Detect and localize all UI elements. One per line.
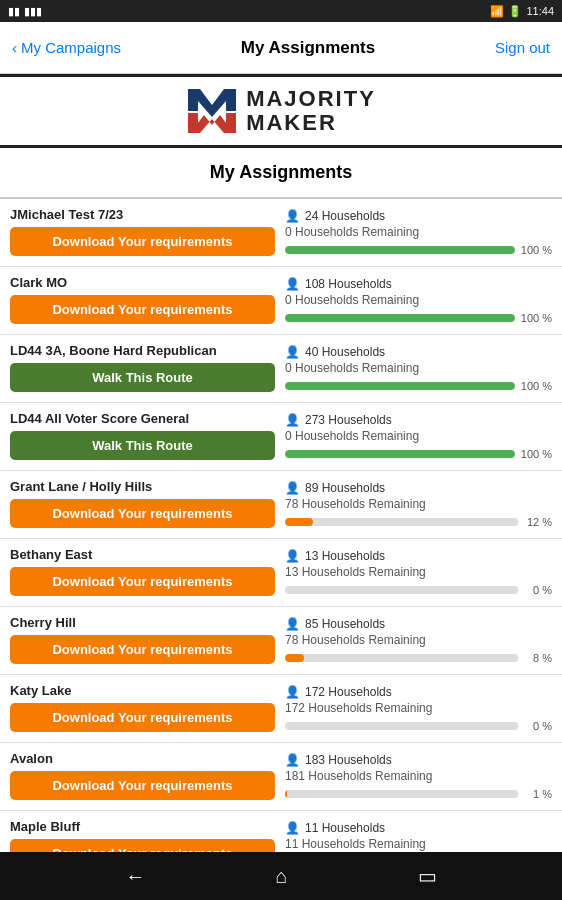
assignment-action-button[interactable]: Download Your requirements [10,227,275,256]
progress-bar-background [285,382,515,390]
progress-row: 100 % [285,448,552,460]
android-back-button[interactable]: ← [125,865,145,888]
person-icon: 👤 [285,685,300,699]
remaining-label: 0 Households Remaining [285,429,552,443]
person-icon: 👤 [285,277,300,291]
assignments-list[interactable]: JMichael Test 7/23 Download Your require… [0,199,562,852]
progress-bar-background [285,790,518,798]
assignment-right: 👤 108 Households 0 Households Remaining … [285,275,552,324]
wifi-icon: 📶 [490,5,504,18]
assignment-right: 👤 273 Households 0 Households Remaining … [285,411,552,460]
svg-marker-0 [188,89,236,117]
progress-percent: 1 % [524,788,552,800]
assignment-name: Maple Bluff [10,819,275,834]
assignment-left: Katy Lake Download Your requirements [10,683,275,732]
assignment-action-button[interactable]: Download Your requirements [10,771,275,800]
assignment-left: LD44 3A, Boone Hard Republican Walk This… [10,343,275,392]
nav-bar: ‹ My Campaigns My Assignments Sign out [0,22,562,74]
households-label: 172 Households [305,685,392,699]
assignment-right: 👤 11 Households 11 Households Remaining … [285,819,552,852]
assignment-item: JMichael Test 7/23 Download Your require… [0,199,562,267]
assignment-right: 👤 172 Households 172 Households Remainin… [285,683,552,732]
progress-bar-background [285,722,518,730]
progress-bar-background [285,586,518,594]
households-count: 👤 172 Households [285,685,552,699]
android-home-button[interactable]: ⌂ [275,865,287,888]
assignment-left: LD44 All Voter Score General Walk This R… [10,411,275,460]
assignment-action-button[interactable]: Walk This Route [10,363,275,392]
back-label: My Campaigns [21,39,121,56]
assignment-item: Clark MO Download Your requirements 👤 10… [0,267,562,335]
progress-percent: 100 % [521,448,552,460]
progress-bar-fill [285,790,287,798]
households-label: 24 Households [305,209,385,223]
households-count: 👤 183 Households [285,753,552,767]
assignment-left: Avalon Download Your requirements [10,751,275,800]
households-count: 👤 40 Households [285,345,552,359]
progress-percent: 0 % [524,584,552,596]
assignment-item: Grant Lane / Holly Hills Download Your r… [0,471,562,539]
person-icon: 👤 [285,481,300,495]
assignment-right: 👤 13 Households 13 Households Remaining … [285,547,552,596]
assignment-item: Maple Bluff Download Your requirements 👤… [0,811,562,852]
progress-row: 8 % [285,652,552,664]
android-nav-bar: ← ⌂ ▭ [0,852,562,900]
assignment-item: Bethany East Download Your requirements … [0,539,562,607]
section-title: My Assignments [0,148,562,199]
progress-bar-fill [285,382,515,390]
remaining-label: 0 Households Remaining [285,293,552,307]
households-count: 👤 108 Households [285,277,552,291]
households-count: 👤 13 Households [285,549,552,563]
logo-area: MAJORITY MAKER [0,74,562,148]
assignment-name: JMichael Test 7/23 [10,207,275,222]
assignment-item: Cherry Hill Download Your requirements 👤… [0,607,562,675]
progress-percent: 8 % [524,652,552,664]
assignment-action-button[interactable]: Download Your requirements [10,635,275,664]
progress-row: 0 % [285,720,552,732]
assignment-action-button[interactable]: Download Your requirements [10,567,275,596]
progress-percent: 0 % [524,720,552,732]
status-right-icons: 📶 🔋 11:44 [490,5,554,18]
assignment-item: LD44 All Voter Score General Walk This R… [0,403,562,471]
person-icon: 👤 [285,345,300,359]
person-icon: 👤 [285,549,300,563]
assignment-action-button[interactable]: Walk This Route [10,431,275,460]
progress-bar-background [285,654,518,662]
person-icon: 👤 [285,209,300,223]
remaining-label: 78 Households Remaining [285,497,552,511]
progress-bar-background [285,450,515,458]
back-button[interactable]: ‹ My Campaigns [12,39,121,56]
progress-row: 12 % [285,516,552,528]
progress-bar-fill [285,246,515,254]
households-count: 👤 24 Households [285,209,552,223]
assignment-action-button[interactable]: Download Your requirements [10,499,275,528]
assignment-right: 👤 24 Households 0 Households Remaining 1… [285,207,552,256]
households-label: 11 Households [305,821,385,835]
assignment-name: Avalon [10,751,275,766]
logo-majority: MAJORITY [246,87,376,111]
status-bar: ▮▮ ▮▮▮ 📶 🔋 11:44 [0,0,562,22]
status-left-icons: ▮▮ ▮▮▮ [8,5,42,18]
households-count: 👤 89 Households [285,481,552,495]
remaining-label: 0 Households Remaining [285,225,552,239]
households-count: 👤 273 Households [285,413,552,427]
progress-bar-background [285,314,515,322]
android-recent-button[interactable]: ▭ [418,864,437,888]
progress-row: 100 % [285,312,552,324]
households-label: 85 Households [305,617,385,631]
assignment-name: Grant Lane / Holly Hills [10,479,275,494]
progress-row: 100 % [285,244,552,256]
assignment-left: JMichael Test 7/23 Download Your require… [10,207,275,256]
sign-out-button[interactable]: Sign out [495,39,550,56]
assignment-name: Bethany East [10,547,275,562]
assignment-action-button[interactable]: Download Your requirements [10,295,275,324]
assignment-action-button[interactable]: Download Your requirements [10,839,275,852]
remaining-label: 0 Households Remaining [285,361,552,375]
households-count: 👤 11 Households [285,821,552,835]
progress-bar-fill [285,450,515,458]
assignment-action-button[interactable]: Download Your requirements [10,703,275,732]
progress-percent: 12 % [524,516,552,528]
assignment-right: 👤 40 Households 0 Households Remaining 1… [285,343,552,392]
assignment-name: Katy Lake [10,683,275,698]
assignment-right: 👤 85 Households 78 Households Remaining … [285,615,552,664]
